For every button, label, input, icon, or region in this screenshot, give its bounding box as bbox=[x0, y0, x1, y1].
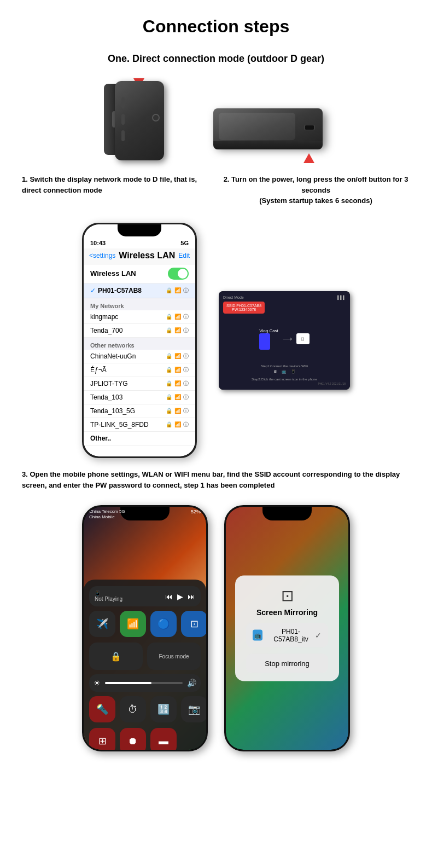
next-icon[interactable]: ⏭ bbox=[188, 592, 195, 601]
cc-grid-row5: ⊞ ⏺ ▬ bbox=[89, 728, 201, 750]
info-icon[interactable]: ⓘ bbox=[183, 327, 189, 334]
list-item[interactable]: TP-LINK_5G_8FDD 🔒 📶 ⓘ bbox=[84, 418, 195, 432]
display-icons-row: 🖥 📺 📱 bbox=[223, 368, 346, 375]
play-icon[interactable]: ▶ bbox=[177, 592, 183, 601]
wifi-nav-bar: <settings Wireless LAN Edit bbox=[84, 248, 195, 264]
lock-icon: 🔒 bbox=[166, 353, 172, 359]
network-icons: 🔒 📶 ⓘ bbox=[166, 394, 189, 401]
info-icon[interactable]: ⓘ bbox=[183, 366, 189, 374]
arrow-icon: ⟶ bbox=[283, 335, 292, 343]
list-item[interactable]: Tenda_103_5G 🔒 📶 ⓘ bbox=[84, 404, 195, 418]
device2-image bbox=[208, 108, 328, 163]
step1-desc: 1. Switch the display network mode to D … bbox=[22, 174, 211, 206]
list-item[interactable]: Éƒ¬Ã 🔒 📶 ⓘ bbox=[84, 363, 195, 377]
display-mode-label: Direct Mode bbox=[223, 296, 244, 299]
cc-nowplaying-controls: ⏮ ▶ ⏭ bbox=[165, 592, 195, 601]
cc-lock-btn[interactable]: 🔒 bbox=[89, 643, 143, 670]
step3-desc: 3. Open the mobile phone settings, WLAN … bbox=[22, 469, 410, 492]
sm-panel: ⊡ Screen Mirroring 📺 PH01-C57AB8_itv ✓ S… bbox=[235, 576, 339, 681]
display-step1-text: Step1:Connect the device's WiFi bbox=[223, 362, 346, 368]
info-icon[interactable]: ⓘ bbox=[183, 380, 189, 387]
display-icon1: 🖥 bbox=[273, 369, 277, 374]
info-icon[interactable]: ⓘ bbox=[183, 421, 189, 429]
display-ssid-box: SSID:PH01-C57AB8 PW:12345678 bbox=[223, 302, 265, 314]
sm-stop-button[interactable]: Stop mirroring bbox=[246, 654, 328, 673]
sm-check-icon: ✓ bbox=[315, 631, 322, 640]
sm-screen: ⊡ Screen Mirroring 📺 PH01-C57AB8_itv ✓ S… bbox=[226, 507, 348, 750]
list-item[interactable]: ChinaNet-uuGn 🔒 📶 ⓘ bbox=[84, 350, 195, 363]
wifi-icon: 📶 bbox=[174, 394, 181, 400]
info-icon[interactable]: ⓘ bbox=[183, 287, 189, 294]
network-name-kingmapc: kingmapc bbox=[90, 313, 118, 321]
cc-cast-btn[interactable]: ⊡ bbox=[181, 611, 206, 637]
wifi-other-header: Other networks bbox=[84, 338, 195, 350]
phone-notch bbox=[118, 224, 161, 236]
cc-record-btn[interactable]: ⏺ bbox=[120, 728, 146, 750]
cast-icon: ⊡ bbox=[296, 333, 310, 344]
device1-image bbox=[104, 76, 175, 163]
cc-brightness-slider[interactable]: ☀ 🔊 bbox=[89, 674, 201, 692]
cc-wifi-btn[interactable]: 📶 bbox=[120, 611, 146, 637]
lock-icon: 🔒 bbox=[166, 408, 172, 414]
wifi-check-icon: ✓ bbox=[90, 287, 96, 294]
wifi-icon: 📶 bbox=[174, 367, 181, 373]
network-icons: 🔒 📶 ⓘ bbox=[166, 313, 189, 321]
list-item[interactable]: JPLIOT-TYG 🔒 📶 ⓘ bbox=[84, 377, 195, 391]
info-icon[interactable]: ⓘ bbox=[183, 407, 189, 415]
wifi-connected-item[interactable]: ✓ PH01-C57AB8 🔒 📶 ⓘ bbox=[84, 283, 195, 298]
cc-timer-btn[interactable]: ⏱ bbox=[120, 696, 146, 722]
display-ssid: SSID:PH01-C57AB8 bbox=[226, 304, 261, 308]
sm-item-left: 📺 PH01-C57AB8_itv bbox=[253, 628, 315, 643]
device2-port bbox=[305, 125, 314, 130]
volume-icon: 🔊 bbox=[187, 679, 196, 687]
phone-wifi-mockup: 10:43 5G <settings Wireless LAN Edit Wir… bbox=[82, 223, 197, 458]
wifi-icon: 📶 bbox=[174, 314, 181, 320]
list-item[interactable]: kingmapc 🔒 📶 ⓘ bbox=[84, 310, 195, 324]
wifi-icon: 📶 bbox=[174, 421, 181, 427]
display-icon2: 📺 bbox=[282, 369, 287, 374]
device2-container bbox=[208, 108, 328, 163]
phone-control-center: China Telecom 5G China Mobile 52% 📱 Not … bbox=[82, 505, 208, 751]
wifi-toggle-row: Wireless LAN bbox=[84, 264, 195, 283]
lock-icon: 🔒 bbox=[166, 421, 172, 427]
device1-container bbox=[104, 76, 175, 163]
prev-icon[interactable]: ⏮ bbox=[165, 592, 173, 601]
sm-device-item[interactable]: 📺 PH01-C57AB8_itv ✓ bbox=[246, 623, 328, 647]
sm-device-name: PH01-C57AB8_itv bbox=[267, 628, 315, 643]
list-item-other[interactable]: Other.. bbox=[84, 432, 195, 445]
lock-icon: 🔒 bbox=[166, 287, 172, 293]
wifi-edit-link[interactable]: Edit bbox=[178, 252, 190, 259]
cc-airplane-btn[interactable]: ✈️ bbox=[89, 611, 115, 637]
wifi-time: 10:43 bbox=[90, 240, 106, 246]
page: Connection steps One. Direct connection … bbox=[0, 0, 432, 773]
info-icon[interactable]: ⓘ bbox=[183, 313, 189, 321]
cc-torch-btn[interactable]: 🔦 bbox=[89, 696, 115, 722]
network-icons: 🔒 📶 ⓘ bbox=[166, 380, 189, 387]
cc-nowplaying-label: 📱 Not Playing bbox=[95, 591, 122, 602]
phone-pair-section: China Telecom 5G China Mobile 52% 📱 Not … bbox=[22, 505, 410, 751]
wifi-toggle[interactable] bbox=[168, 268, 189, 280]
lock-icon: 🔒 bbox=[166, 367, 172, 373]
lock-icon: 🔒 bbox=[166, 380, 172, 386]
cc-qr-btn[interactable]: ⊞ bbox=[89, 728, 115, 750]
info-icon[interactable]: ⓘ bbox=[183, 394, 189, 401]
cc-focusmode-btn[interactable]: Focus mode bbox=[147, 643, 201, 670]
display-top-bar: Direct Mode ▌▌▌ bbox=[223, 296, 346, 299]
cc-camera-btn[interactable]: 📷 bbox=[181, 696, 206, 722]
wifi-icon: 📶 bbox=[174, 287, 181, 293]
info-icon[interactable]: ⓘ bbox=[183, 352, 189, 360]
display-step2-text: Step2:Click the cast screen icon in the … bbox=[223, 375, 346, 381]
list-item[interactable]: Tenda_103 🔒 📶 ⓘ bbox=[84, 391, 195, 404]
phone-icon bbox=[259, 333, 270, 350]
display-model: PH01 V4.2 2021/11/18 bbox=[223, 381, 346, 385]
wifi-connected-name: PH01-C57AB8 bbox=[98, 287, 166, 294]
display-center: Vlog Cast ⟶ ⊡ bbox=[223, 316, 346, 362]
page-title: Connection steps bbox=[22, 11, 410, 37]
wifi-signal: 5G bbox=[180, 240, 189, 246]
sm-title: Screen Mirroring bbox=[246, 608, 328, 617]
cc-extra-btn[interactable]: ▬ bbox=[150, 728, 177, 750]
cc-calc-btn[interactable]: 🔢 bbox=[150, 696, 177, 722]
wifi-back-link[interactable]: <settings bbox=[89, 252, 115, 259]
list-item[interactable]: Tenda_700 🔒 📶 ⓘ bbox=[84, 324, 195, 338]
cc-bluetooth-btn[interactable]: 🔵 bbox=[150, 611, 177, 637]
